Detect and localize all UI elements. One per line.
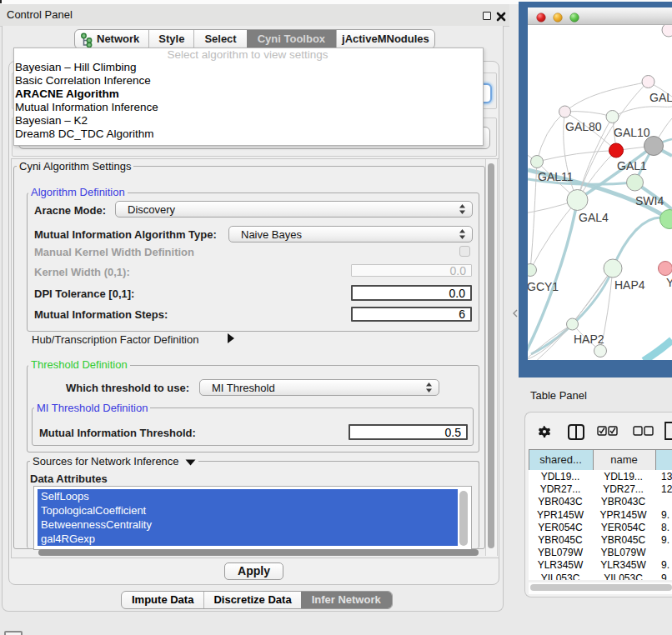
svg-text:GAL80: GAL80 — [565, 120, 602, 133]
svg-text:SWI4: SWI4 — [635, 194, 664, 208]
svg-text:GAL1: GAL1 — [617, 159, 647, 172]
svg-text:Y: Y — [666, 276, 672, 289]
svg-text:HAP4: HAP4 — [614, 278, 645, 292]
svg-text:GAL10: GAL10 — [614, 126, 650, 139]
svg-text:GAL: GAL — [649, 91, 672, 104]
svg-text:HAP2: HAP2 — [574, 332, 604, 346]
svg-text:GAL11: GAL11 — [538, 170, 574, 183]
svg-text:GAL4: GAL4 — [579, 211, 609, 224]
svg-text:GCY1: GCY1 — [527, 280, 559, 293]
